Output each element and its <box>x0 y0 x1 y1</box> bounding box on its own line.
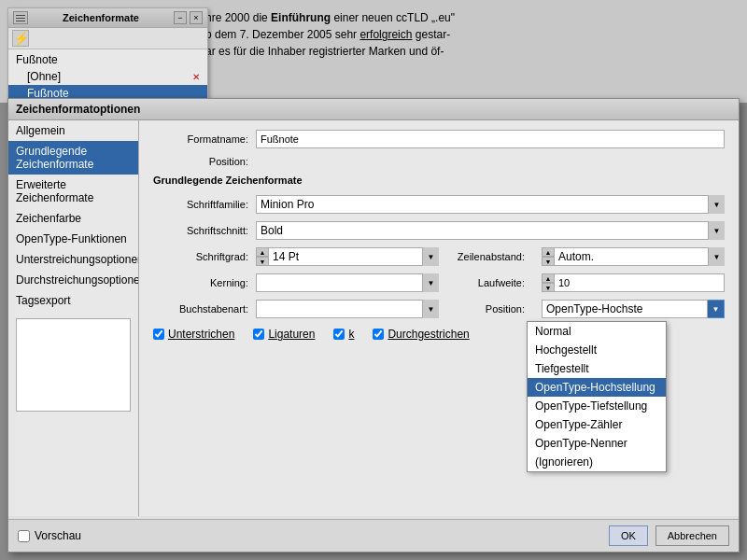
zeilenabstand-label: Zeilenabstand: <box>448 251 532 262</box>
formatname-value <box>256 130 725 148</box>
laufweite-up[interactable]: ▲ <box>542 273 555 283</box>
schriftgrad-up[interactable]: ▲ <box>256 247 269 257</box>
schriftfamilie-wrapper: Minion Pro ▼ <box>256 195 725 214</box>
sidebar-item-allgemein[interactable]: Allgemein <box>8 120 138 141</box>
checkbox-durchgestrichen-label[interactable]: Durchgestrichen <box>388 328 469 341</box>
checkbox-unterstrichen-label[interactable]: Unterstrichen <box>168 328 234 341</box>
sidebar-item-unterstreichung[interactable]: Unterstreichungsoptionen <box>8 249 138 270</box>
dropdown-item-opentype-nenner[interactable]: OpenType-Nenner <box>528 434 666 453</box>
vorschau-checkbox[interactable] <box>18 530 30 542</box>
sidebar-item-grundlegende[interactable]: Grundlegende Zeichenformate <box>8 141 138 175</box>
zeilenabstand-up[interactable]: ▲ <box>542 247 555 257</box>
position-field-label: Position: <box>448 303 532 315</box>
new-style-btn[interactable]: ⚡ <box>12 30 29 47</box>
sidebar-item-opentype[interactable]: OpenType-Funktionen <box>8 229 138 249</box>
schriftgrad-spinner-wrapper: ▲ ▼ 14 Pt ▼ <box>256 247 439 266</box>
buchstabenart-select[interactable] <box>256 300 439 318</box>
zeilenabstand-select-wrapper: Autom. ▼ <box>555 247 725 266</box>
schriftschnitt-label: Schriftschnitt: <box>153 225 256 236</box>
dropdown-item-normal[interactable]: Normal <box>528 322 666 341</box>
position-label-row: Position: <box>153 156 725 167</box>
zeichenformate-menu-icon[interactable] <box>13 11 28 24</box>
dropdown-item-opentype-tief[interactable]: OpenType-Tiefstellung <box>528 397 666 415</box>
zeichenformate-panel: Zeichenformate − × ⚡ Fußnote [Ohne] ✕ Fu… <box>7 7 208 105</box>
checkbox-k-label[interactable]: k <box>348 328 354 341</box>
sidebar-item-zeichenfarbe[interactable]: Zeichenfarbe <box>8 208 138 229</box>
zeilenabstand-down[interactable]: ▼ <box>542 257 555 266</box>
kerning-select-wrapper: ▼ <box>256 273 439 292</box>
checkbox-durchgestrichen-input[interactable] <box>373 329 384 340</box>
footer-left: Vorschau <box>18 529 609 542</box>
schriftgrad-select-wrapper: 14 Pt ▼ <box>269 247 439 266</box>
laufweite-down[interactable]: ▼ <box>542 283 555 292</box>
dropdown-item-opentype-hoch[interactable]: OpenType-Hochstellung <box>528 378 666 397</box>
zeichenformate-titlebar: Zeichenformate − × <box>8 8 207 28</box>
position-dropdown: Normal Hochgestellt Tiefgestellt OpenTyp… <box>527 321 667 472</box>
checkbox-k: k <box>333 328 354 341</box>
zeilenabstand-spinners: ▲ ▼ <box>542 247 555 266</box>
dropdown-item-opentype-zaehler[interactable]: OpenType-Zähler <box>528 415 666 434</box>
kerning-label: Kerning: <box>153 277 256 288</box>
delete-icon[interactable]: ✕ <box>192 72 200 82</box>
formatname-input[interactable] <box>256 130 725 148</box>
position-field-wrapper: OpenType-Hochste ▼ <box>542 300 725 318</box>
schriftfamilie-label: Schriftfamilie: <box>153 199 256 210</box>
collapse-btn[interactable]: − <box>174 11 187 24</box>
list-item-fussnote-header[interactable]: Fußnote <box>8 51 207 68</box>
sidebar-item-tagsexport[interactable]: Tagsexport <box>8 290 138 311</box>
dropdown-item-hochgestellt[interactable]: Hochgestellt <box>528 341 666 359</box>
zeichenformate-title: Zeichenformate <box>63 12 139 23</box>
sidebar-item-durchstreichung[interactable]: Durchstreichungsoptionen <box>8 270 138 290</box>
schriftschnitt-wrapper: Bold ▼ <box>256 221 725 240</box>
preview-box <box>16 318 131 412</box>
laufweite-spinners: ▲ ▼ <box>542 273 555 292</box>
ok-button[interactable]: OK <box>609 525 648 546</box>
zeichenformate-toolbar: ⚡ <box>8 28 207 49</box>
document-text: hre 2000 die Einführung einer neuen ccTL… <box>205 9 747 60</box>
position-label: Position: <box>153 156 256 167</box>
schriftgrad-zeilenabstand-inner: ▲ ▼ 14 Pt ▼ Zeilenabstand: ▲ <box>256 247 725 266</box>
checkbox-unterstrichen-input[interactable] <box>153 329 164 340</box>
laufweite-input[interactable] <box>555 273 725 292</box>
schriftgrad-select[interactable]: 14 Pt <box>269 247 439 266</box>
dialog-footer: Vorschau OK Abbrechen <box>8 519 739 552</box>
checkbox-unterstrichen: Unterstrichen <box>153 328 234 341</box>
buchstabenart-select-wrapper: ▼ <box>256 300 439 318</box>
kerning-laufweite-inner: ▼ Laufweite: ▲ ▼ <box>256 273 725 292</box>
kerning-select[interactable] <box>256 273 439 292</box>
schriftfamilie-select[interactable]: Minion Pro <box>256 195 725 214</box>
dropdown-item-tiefgestellt[interactable]: Tiefgestellt <box>528 359 666 378</box>
schriftfamilie-row: Schriftfamilie: Minion Pro ▼ <box>153 195 725 214</box>
cancel-button[interactable]: Abbrechen <box>655 525 729 546</box>
kerning-laufweite-row: Kerning: ▼ Laufweite: ▲ ▼ <box>153 273 725 292</box>
list-item-ohne[interactable]: [Ohne] ✕ <box>8 68 207 85</box>
checkbox-ligaturen-label[interactable]: Ligaturen <box>268 328 315 341</box>
sidebar-item-erweiterte[interactable]: Erweiterte Zeichenformate <box>8 175 138 208</box>
dropdown-item-ignorieren[interactable]: (Ignorieren) <box>528 453 666 471</box>
checkbox-ligaturen-input[interactable] <box>253 329 264 340</box>
schriftschnitt-row: Schriftschnitt: Bold ▼ <box>153 221 725 240</box>
buchstabenart-position-inner: ▼ Position: OpenType-Hochste ▼ <box>256 300 725 318</box>
position-display: OpenType-Hochste <box>542 300 708 318</box>
dialog-titlebar: Zeichenformatoptionen <box>8 99 739 120</box>
position-dropdown-btn[interactable]: ▼ <box>708 300 725 318</box>
formatname-row: Formatname: <box>153 130 725 148</box>
section-title: Grundlegende Zeichenformate <box>153 175 725 186</box>
schriftgrad-label: Schriftgrad: <box>153 251 256 262</box>
zeilenabstand-select[interactable]: Autom. <box>555 247 725 266</box>
buchstabenart-position-row: Buchstabenart: ▼ Position: OpenType-Hoch… <box>153 300 725 318</box>
dialog-sidebar: Allgemein Grundlegende Zeichenformate Er… <box>8 120 139 516</box>
dialog-title: Zeichenformatoptionen <box>16 103 140 116</box>
dialog-body: Allgemein Grundlegende Zeichenformate Er… <box>8 120 739 516</box>
schriftschnitt-select[interactable]: Bold <box>256 221 725 240</box>
checkbox-ligaturen: Ligaturen <box>253 328 315 341</box>
schriftgrad-spinners: ▲ ▼ <box>256 247 269 266</box>
titlebar-controls: − × <box>174 11 203 24</box>
laufweite-label: Laufweite: <box>448 277 532 288</box>
checkbox-k-input[interactable] <box>333 329 345 340</box>
schriftgrad-down[interactable]: ▼ <box>256 257 269 266</box>
dialog-content: Formatname: Position: Grundlegende Zeich… <box>139 120 739 516</box>
close-btn[interactable]: × <box>190 11 203 24</box>
main-dialog: Zeichenformatoptionen Allgemein Grundleg… <box>7 98 740 553</box>
vorschau-label[interactable]: Vorschau <box>35 529 81 542</box>
